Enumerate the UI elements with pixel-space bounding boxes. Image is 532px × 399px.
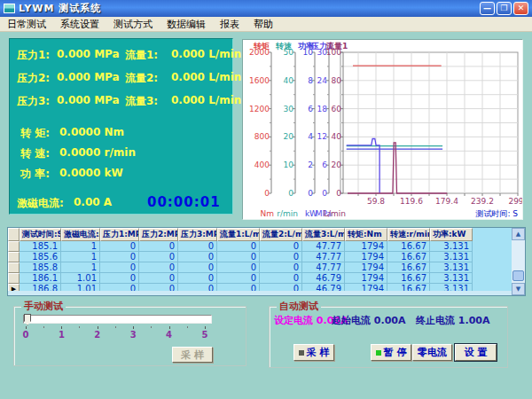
- flow3-value: 0.000 L/min: [171, 94, 241, 106]
- auto-button-label: 零电流: [418, 346, 447, 359]
- app-icon: [4, 4, 15, 13]
- manual-sample-button[interactable]: 采 样: [172, 347, 213, 363]
- svg-text:239.2: 239.2: [471, 197, 494, 206]
- excitation-current-label: 激磁电流:: [17, 196, 64, 211]
- table-row[interactable]: 185.810000047.77179416.673.131: [8, 262, 525, 273]
- table-header-0[interactable]: 测试时间:S: [20, 228, 61, 241]
- table-header-2[interactable]: 压力1:MPa: [100, 228, 139, 241]
- svg-text:119.6: 119.6: [400, 197, 423, 206]
- table-row[interactable]: 185.610000047.77179416.673.131: [8, 252, 525, 262]
- menu-item-2[interactable]: 测试方式: [106, 17, 160, 32]
- menu-item-0[interactable]: 日常测试: [0, 17, 53, 32]
- svg-text:50: 50: [284, 48, 294, 57]
- table-cell: 47.77: [302, 241, 345, 252]
- table-cell: 186.1: [20, 273, 61, 284]
- svg-text:60: 60: [332, 105, 342, 113]
- table-cell: 185.8: [20, 262, 61, 273]
- table-cell: 1794: [345, 262, 387, 273]
- table-cell: 3.131: [430, 241, 473, 252]
- table-header-4[interactable]: 压力3:MPa: [178, 228, 217, 241]
- slider-tick-label: 2: [93, 330, 102, 340]
- table-header-9[interactable]: 转速:r/min: [387, 228, 430, 241]
- pressure3-label: 压力3:: [17, 94, 50, 109]
- table-cell: 0: [139, 273, 178, 284]
- table-cell: 1794: [345, 241, 387, 252]
- svg-text:r/min: r/min: [277, 209, 298, 218]
- readout-panel: 压力1:0.000 MPa压力2:0.000 MPa压力3:0.000 MPa流…: [9, 38, 233, 215]
- svg-text:Nm: Nm: [261, 209, 275, 218]
- svg-text:10: 10: [284, 160, 294, 169]
- row-selector[interactable]: [8, 273, 20, 284]
- table-cell: 0: [100, 273, 139, 284]
- table-cell: 0: [100, 262, 139, 273]
- table-cell: 185.1: [20, 241, 61, 252]
- table-header-3[interactable]: 压力2:MPa: [139, 228, 178, 241]
- svg-text:8: 8: [308, 76, 313, 85]
- table-row[interactable]: 185.110000047.77179416.673.131: [8, 241, 525, 252]
- auto-button-2[interactable]: 零电流: [412, 344, 452, 361]
- svg-text:80: 80: [332, 76, 342, 85]
- scroll-thumb[interactable]: [512, 270, 524, 281]
- auto-button-3[interactable]: 设 置: [455, 344, 497, 361]
- slider-tick-mark: [133, 326, 134, 329]
- flow3-label: 流量3:: [125, 94, 158, 109]
- table-scrollbar[interactable]: ▲▼: [512, 228, 525, 295]
- table-cell: 0: [260, 252, 302, 262]
- current-slider-thumb[interactable]: [24, 314, 31, 325]
- row-selector[interactable]: [8, 252, 20, 262]
- motor-row3-label: 功 率:: [20, 167, 50, 182]
- svg-text:20: 20: [284, 132, 294, 141]
- table-cell: 16.67: [387, 252, 430, 262]
- menu-item-4[interactable]: 报表: [213, 17, 246, 32]
- restore-button-icon[interactable]: ❐: [497, 2, 512, 15]
- row-selector[interactable]: [8, 262, 20, 273]
- table-header-8[interactable]: 转矩:Nm: [345, 228, 387, 241]
- table-header-7[interactable]: 流量3:L/min: [302, 228, 345, 241]
- table-row[interactable]: 186.11.010000046.79179416.673.131: [8, 273, 525, 284]
- auto-button-0[interactable]: 采 样: [293, 344, 334, 361]
- table-header-row: 测试时间:S激磁电流:A压力1:MPa压力2:MPa压力3:MPa流量1:L/m…: [8, 228, 525, 241]
- auto-field-1: 起始电流 0.00A: [332, 314, 405, 327]
- svg-text:2000: 2000: [249, 48, 270, 57]
- table-header-6[interactable]: 流量2:L/min: [260, 228, 302, 241]
- data-table: 测试时间:S激磁电流:A压力1:MPa压力2:MPa压力3:MPa流量1:L/m…: [7, 227, 526, 296]
- table-header-10[interactable]: 功率:kW: [430, 228, 473, 241]
- auto-button-1[interactable]: 暂 停: [371, 344, 411, 361]
- minimize-button-icon[interactable]: —: [480, 2, 495, 15]
- scroll-down-icon[interactable]: ▼: [512, 283, 525, 295]
- row-selector[interactable]: [8, 241, 20, 252]
- menu-bar: 日常测试系统设置测试方式数据编辑报表帮助: [0, 17, 532, 32]
- svg-text:299: 299: [508, 197, 522, 206]
- menu-item-3[interactable]: 数据编辑: [160, 17, 213, 32]
- svg-text:24: 24: [317, 76, 328, 85]
- table-cell: 1: [61, 252, 100, 262]
- test-timer: 00:00:01: [147, 194, 221, 210]
- table-cell: 0: [178, 273, 217, 284]
- table-cell: 3.131: [430, 262, 473, 273]
- table-header-5[interactable]: 流量1:L/min: [217, 228, 260, 241]
- slider-minor-tick: [187, 326, 188, 328]
- chart-panel: 转矩2000160012008004000Nm转速50403020100r/mi…: [242, 39, 523, 220]
- slider-tick-label: 1: [57, 330, 66, 340]
- svg-text:6: 6: [308, 105, 313, 113]
- table-cell: 0: [217, 273, 260, 284]
- scroll-up-icon[interactable]: ▲: [512, 228, 525, 240]
- current-slider-track[interactable]: [23, 315, 212, 324]
- slider-tick-mark: [205, 326, 206, 329]
- svg-text:20: 20: [332, 160, 342, 169]
- menu-item-5[interactable]: 帮助: [246, 17, 280, 32]
- svg-text:测试时间: S: 测试时间: S: [474, 209, 518, 218]
- svg-text:0: 0: [336, 189, 341, 198]
- slider-minor-tick: [79, 326, 80, 328]
- menu-item-1[interactable]: 系统设置: [53, 17, 106, 32]
- pressure3-value: 0.000 MPa: [57, 94, 120, 106]
- slider-tick-mark: [61, 326, 62, 329]
- pressure2-value: 0.000 MPa: [57, 71, 120, 83]
- auto-button-label: 暂 停: [384, 346, 407, 359]
- slider-tick-label: 5: [200, 330, 209, 340]
- svg-text:40: 40: [332, 132, 342, 141]
- close-button-icon[interactable]: ✕: [513, 2, 528, 15]
- svg-text:1200: 1200: [249, 105, 270, 113]
- table-header-1[interactable]: 激磁电流:A: [61, 228, 100, 241]
- table-cell: 0: [139, 262, 178, 273]
